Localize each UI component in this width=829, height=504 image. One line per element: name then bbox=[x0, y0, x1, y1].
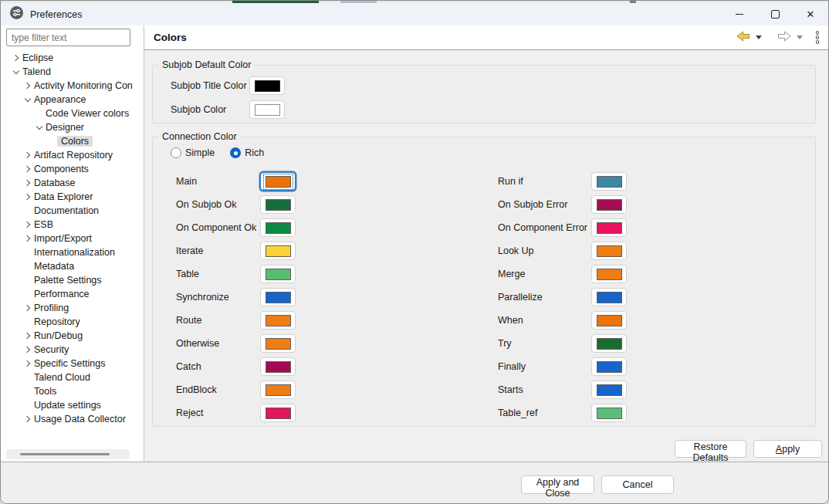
chevron-right-icon[interactable] bbox=[12, 55, 19, 61]
back-dropdown-icon[interactable] bbox=[756, 36, 762, 39]
color-swatch-button[interactable] bbox=[591, 265, 627, 283]
tree-item-performance[interactable]: Performance bbox=[1, 287, 143, 301]
chevron-right-icon[interactable] bbox=[24, 235, 30, 242]
connection-colors-left: Main On Subjob Ok On Component Ok Iterat… bbox=[176, 172, 296, 422]
tree-item-import-export[interactable]: Import/Export bbox=[1, 232, 143, 245]
tree-item-code-viewer-colors[interactable]: Code Viewer colors bbox=[1, 107, 143, 120]
color-swatch-button[interactable] bbox=[591, 381, 627, 399]
color-swatch-button[interactable] bbox=[260, 172, 296, 191]
tree-item-talend-cloud[interactable]: Talend Cloud bbox=[1, 370, 143, 384]
color-swatch-button[interactable] bbox=[591, 195, 627, 214]
tree-item-colors[interactable]: Colors bbox=[1, 134, 143, 148]
color-swatch-button[interactable] bbox=[260, 404, 296, 422]
tree-item-specific-settings[interactable]: Specific Settings bbox=[1, 357, 143, 370]
chevron-right-icon[interactable] bbox=[24, 152, 30, 158]
color-swatch-button[interactable] bbox=[260, 288, 296, 306]
cancel-button[interactable]: Cancel bbox=[601, 475, 674, 494]
tree-item-internationalization[interactable]: Internationalization bbox=[1, 245, 143, 259]
tree-item-label: Run/Debug bbox=[34, 330, 83, 341]
color-swatch-button[interactable] bbox=[591, 334, 627, 353]
back-arrow-icon[interactable] bbox=[736, 31, 750, 45]
color-chip bbox=[597, 245, 622, 257]
color-swatch-button[interactable] bbox=[260, 265, 296, 283]
color-swatch-button[interactable] bbox=[591, 288, 627, 306]
tree-item-profiling[interactable]: Profiling bbox=[1, 301, 143, 315]
sidebar-horizontal-scrollbar[interactable] bbox=[6, 449, 130, 459]
tree-item-update-settings[interactable]: Update settings bbox=[1, 398, 143, 412]
close-button[interactable]: ✕ bbox=[793, 3, 828, 25]
maximize-button[interactable] bbox=[757, 3, 793, 25]
color-swatch-button[interactable] bbox=[260, 357, 296, 376]
chevron-right-icon[interactable] bbox=[24, 333, 30, 339]
apply-button[interactable]: Apply bbox=[753, 440, 822, 458]
color-row-label: On Subjob Error bbox=[498, 199, 591, 210]
scrollbar-thumb[interactable] bbox=[20, 453, 110, 455]
tree-item-label: Appearance bbox=[34, 94, 86, 105]
tree-item-talend[interactable]: Talend bbox=[1, 65, 143, 79]
color-swatch-button[interactable] bbox=[260, 195, 296, 214]
tree-item-usage-data-collector[interactable]: Usage Data Collector bbox=[1, 412, 143, 426]
background-sliver-green bbox=[232, 1, 319, 3]
tree-item-metadata[interactable]: Metadata bbox=[1, 259, 143, 273]
color-swatch-button[interactable] bbox=[260, 242, 296, 260]
chevron-right-icon[interactable] bbox=[24, 347, 30, 353]
color-swatch-button[interactable] bbox=[260, 218, 296, 237]
tree-item-designer[interactable]: Designer bbox=[1, 120, 143, 134]
color-row-merge: Merge bbox=[498, 265, 627, 283]
tree-item-database[interactable]: Database bbox=[1, 176, 143, 190]
color-swatch-button[interactable] bbox=[260, 334, 296, 353]
color-swatch-button[interactable] bbox=[260, 311, 296, 330]
forward-dropdown-icon[interactable] bbox=[797, 36, 803, 39]
color-swatch-button[interactable] bbox=[591, 357, 627, 376]
color-swatch-button[interactable] bbox=[249, 100, 285, 119]
tree-item-appearance[interactable]: Appearance bbox=[1, 93, 143, 107]
tree-item-label: Profiling bbox=[34, 303, 69, 313]
tree-item-documentation[interactable]: Documentation bbox=[1, 204, 143, 218]
chevron-right-icon[interactable] bbox=[24, 194, 30, 200]
color-swatch-button[interactable] bbox=[260, 381, 296, 399]
tree-item-activity-monitoring-con[interactable]: Activity Monitoring Con bbox=[1, 79, 143, 93]
chevron-down-icon[interactable] bbox=[13, 67, 19, 73]
chevron-right-icon[interactable] bbox=[24, 166, 30, 172]
chevron-right-icon[interactable] bbox=[24, 360, 30, 367]
filter-input[interactable] bbox=[6, 29, 130, 46]
tree-item-run-debug[interactable]: Run/Debug bbox=[1, 329, 143, 343]
tree-item-tools[interactable]: Tools bbox=[1, 384, 143, 398]
color-swatch-button[interactable] bbox=[249, 76, 285, 95]
chevron-right-icon[interactable] bbox=[24, 180, 30, 186]
color-chip bbox=[597, 384, 622, 396]
tree-item-security[interactable]: Security bbox=[1, 343, 143, 357]
tree-item-data-explorer[interactable]: Data Explorer bbox=[1, 190, 143, 204]
tree-item-components[interactable]: Components bbox=[1, 162, 143, 176]
color-swatch-button[interactable] bbox=[591, 311, 627, 330]
tree-item-esb[interactable]: ESB bbox=[1, 218, 143, 232]
tree-item-palette-settings[interactable]: Palette Settings bbox=[1, 273, 143, 287]
chevron-right-icon[interactable] bbox=[24, 83, 30, 89]
page-nav-toolbar bbox=[736, 31, 820, 45]
color-swatch-button[interactable] bbox=[591, 242, 627, 260]
apply-and-close-button[interactable]: Apply and Close bbox=[521, 475, 594, 494]
color-row-on-component-error: On Component Error bbox=[498, 218, 627, 237]
preferences-tree: Eclipse Talend Activity Monitoring Con A… bbox=[1, 51, 143, 426]
tree-item-label: Data Explorer bbox=[34, 191, 93, 202]
chevron-right-icon[interactable] bbox=[24, 416, 30, 422]
chevron-down-icon[interactable] bbox=[36, 123, 42, 129]
forward-arrow-icon[interactable] bbox=[777, 31, 791, 45]
radio-rich[interactable]: Rich bbox=[230, 147, 264, 158]
color-row-label: Table bbox=[176, 269, 260, 279]
color-swatch-button[interactable] bbox=[591, 218, 627, 237]
color-chip bbox=[255, 80, 280, 92]
chevron-right-icon[interactable] bbox=[24, 222, 30, 228]
radio-simple[interactable]: Simple bbox=[171, 147, 215, 158]
minimize-button[interactable] bbox=[722, 3, 757, 25]
color-swatch-button[interactable] bbox=[591, 172, 627, 191]
restore-defaults-button[interactable]: Restore Defaults bbox=[675, 440, 746, 458]
view-menu-icon[interactable] bbox=[816, 31, 820, 44]
tree-item-repository[interactable]: Repository bbox=[1, 315, 143, 329]
chevron-right-icon[interactable] bbox=[24, 305, 30, 311]
tree-item-eclipse[interactable]: Eclipse bbox=[1, 51, 143, 65]
tree-item-artifact-repository[interactable]: Artifact Repository bbox=[1, 148, 143, 162]
color-swatch-button[interactable] bbox=[591, 404, 627, 422]
chevron-down-icon[interactable] bbox=[25, 95, 31, 101]
color-row-endblock: EndBlock bbox=[176, 381, 296, 399]
